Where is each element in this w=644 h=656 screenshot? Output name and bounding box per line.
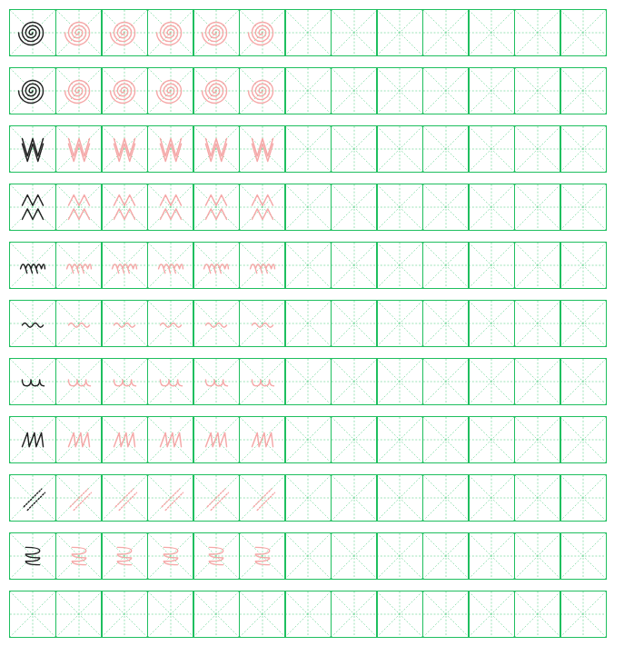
practice-cell (560, 591, 607, 638)
practice-cell (514, 184, 561, 231)
practice-cell (101, 67, 148, 114)
practice-cell (422, 184, 470, 231)
practice-cell (101, 9, 148, 56)
practice-cell (9, 125, 56, 173)
practice-cell (239, 184, 286, 231)
practice-cell (376, 9, 423, 56)
practice-cell (193, 242, 240, 289)
practice-cell (514, 591, 561, 638)
practice-cell (422, 474, 470, 522)
practice-cell (55, 242, 103, 289)
practice-cell (284, 125, 332, 173)
practice-cell (193, 125, 240, 173)
practice-cell (376, 300, 423, 347)
practice-cell (468, 532, 515, 580)
practice-cell (239, 9, 286, 56)
practice-cell (376, 591, 423, 638)
practice-cell (239, 474, 286, 522)
practice-cell (331, 474, 378, 522)
practice-cell (147, 532, 194, 580)
practice-cell (560, 184, 607, 231)
practice-cell (193, 532, 240, 580)
practice-cell (101, 591, 148, 638)
practice-cell (284, 416, 332, 463)
practice-cell (9, 9, 56, 56)
practice-cell (468, 9, 515, 56)
practice-cell (101, 125, 148, 173)
practice-cell (284, 67, 332, 114)
practice-cell (55, 416, 103, 463)
practice-cell (9, 474, 56, 522)
practice-cell (468, 358, 515, 405)
practice-cell (331, 184, 378, 231)
practice-cell (9, 184, 56, 231)
practice-cell (55, 532, 103, 580)
practice-cell (55, 474, 103, 522)
practice-cell (239, 532, 286, 580)
practice-cell (147, 591, 194, 638)
practice-cell (376, 184, 423, 231)
practice-cell (9, 358, 56, 405)
practice-cell (55, 125, 103, 173)
practice-row (9, 416, 636, 463)
practice-cell (422, 67, 470, 114)
practice-cell (284, 9, 332, 56)
practice-cell (239, 358, 286, 405)
practice-cell (468, 242, 515, 289)
practice-cell (284, 300, 332, 347)
practice-cell (193, 9, 240, 56)
practice-cell (147, 358, 194, 405)
practice-cell (101, 416, 148, 463)
practice-cell (422, 9, 470, 56)
practice-cell (193, 300, 240, 347)
practice-cell (422, 591, 470, 638)
practice-cell (193, 474, 240, 522)
practice-cell (101, 184, 148, 231)
practice-cell (147, 125, 194, 173)
practice-row (9, 591, 636, 638)
practice-cell (9, 242, 56, 289)
practice-cell (331, 242, 378, 289)
practice-cell (284, 184, 332, 231)
practice-row (9, 300, 636, 347)
practice-cell (422, 358, 470, 405)
practice-cell (376, 125, 423, 173)
practice-cell (147, 9, 194, 56)
practice-cell (147, 242, 194, 289)
practice-cell (331, 591, 378, 638)
practice-cell (560, 125, 607, 173)
practice-cell (193, 67, 240, 114)
practice-cell (331, 300, 378, 347)
practice-cell (514, 9, 561, 56)
practice-cell (514, 416, 561, 463)
practice-row (9, 9, 636, 56)
practice-cell (468, 125, 515, 173)
practice-cell (468, 184, 515, 231)
practice-cell (331, 416, 378, 463)
practice-cell (239, 242, 286, 289)
practice-cell (239, 67, 286, 114)
practice-row (9, 125, 636, 173)
practice-cell (9, 67, 56, 114)
practice-cell (55, 9, 103, 56)
practice-cell (147, 300, 194, 347)
practice-cell (101, 358, 148, 405)
practice-cell (9, 591, 56, 638)
practice-cell (147, 184, 194, 231)
practice-cell (284, 532, 332, 580)
practice-cell (468, 591, 515, 638)
practice-row (9, 474, 636, 522)
practice-cell (468, 474, 515, 522)
practice-cell (560, 9, 607, 56)
practice-cell (55, 591, 103, 638)
practice-cell (560, 67, 607, 114)
practice-cell (560, 532, 607, 580)
practice-cell (514, 474, 561, 522)
practice-cell (560, 242, 607, 289)
practice-cell (147, 416, 194, 463)
practice-cell (560, 416, 607, 463)
practice-cell (560, 358, 607, 405)
practice-cell (55, 67, 103, 114)
practice-cell (422, 532, 470, 580)
practice-cell (331, 532, 378, 580)
